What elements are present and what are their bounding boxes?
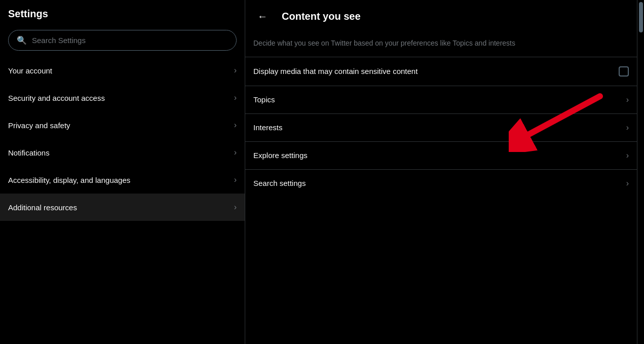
list-item-explore-settings[interactable]: Explore settings › (245, 141, 637, 169)
list-item-search-settings[interactable]: Search settings › (245, 169, 637, 197)
chevron-right-icon: › (234, 148, 237, 157)
item-right: › (626, 123, 629, 132)
chevron-right-icon: › (626, 179, 629, 188)
sidebar-item-label: Notifications (8, 148, 50, 157)
main-content-wrapper: ← Content you see Decide what you see on… (245, 0, 637, 344)
item-label: Topics (253, 95, 275, 104)
scrollbar-area (637, 0, 644, 344)
chevron-right-icon: › (234, 66, 237, 75)
sidebar-item-security-account-access[interactable]: Security and account access › (0, 84, 245, 111)
sidebar-item-notifications[interactable]: Notifications › (0, 139, 245, 166)
item-label: Explore settings (253, 151, 308, 160)
chevron-right-icon: › (234, 93, 237, 102)
chevron-right-icon: › (234, 203, 237, 212)
sidebar-item-label: Security and account access (8, 94, 105, 102)
page-description: Decide what you see on Twitter based on … (245, 32, 637, 57)
list-item-display-media[interactable]: Display media that may contain sensitive… (245, 57, 637, 86)
sidebar-nav: Your account › Security and account acce… (0, 57, 245, 221)
sidebar-item-additional-resources[interactable]: Additional resources › (0, 194, 245, 221)
sidebar-item-label: Accessibility, display, and languages (8, 176, 130, 184)
content-header: ← Content you see (245, 0, 637, 32)
sidebar-item-your-account[interactable]: Your account › (0, 57, 245, 84)
sidebar-title: Settings (0, 0, 245, 26)
chevron-right-icon: › (626, 123, 629, 132)
chevron-right-icon: › (234, 175, 237, 184)
sidebar-item-privacy-safety[interactable]: Privacy and safety › (0, 111, 245, 139)
chevron-right-icon: › (626, 151, 629, 160)
list-item-topics[interactable]: Topics › (245, 86, 637, 113)
sidebar-item-label: Privacy and safety (8, 121, 70, 130)
search-input-placeholder: Search Settings (32, 36, 86, 45)
item-right: › (626, 151, 629, 160)
search-bar[interactable]: 🔍 Search Settings (8, 30, 237, 51)
search-icon: 🔍 (17, 35, 27, 45)
back-button[interactable]: ← (253, 7, 272, 25)
sidebar-item-label: Your account (8, 66, 52, 75)
list-item-interests[interactable]: Interests › (245, 113, 637, 141)
sidebar-item-accessibility-display-languages[interactable]: Accessibility, display, and languages › (0, 166, 245, 194)
search-bar-container: 🔍 Search Settings (0, 26, 245, 57)
scrollbar-thumb[interactable] (639, 2, 643, 32)
item-right: › (626, 179, 629, 188)
item-right (619, 66, 629, 77)
item-label: Search settings (253, 179, 306, 187)
item-right: › (626, 95, 629, 104)
sidebar-item-label: Additional resources (8, 203, 77, 212)
page-title: Content you see (282, 11, 361, 22)
main-content: ← Content you see Decide what you see on… (245, 0, 637, 344)
sidebar: Settings 🔍 Search Settings Your account … (0, 0, 245, 344)
checkbox-display-media[interactable] (619, 66, 629, 77)
item-label: Interests (253, 123, 283, 132)
item-label: Display media that may contain sensitive… (253, 67, 418, 75)
chevron-right-icon: › (234, 121, 237, 130)
chevron-right-icon: › (626, 95, 629, 104)
